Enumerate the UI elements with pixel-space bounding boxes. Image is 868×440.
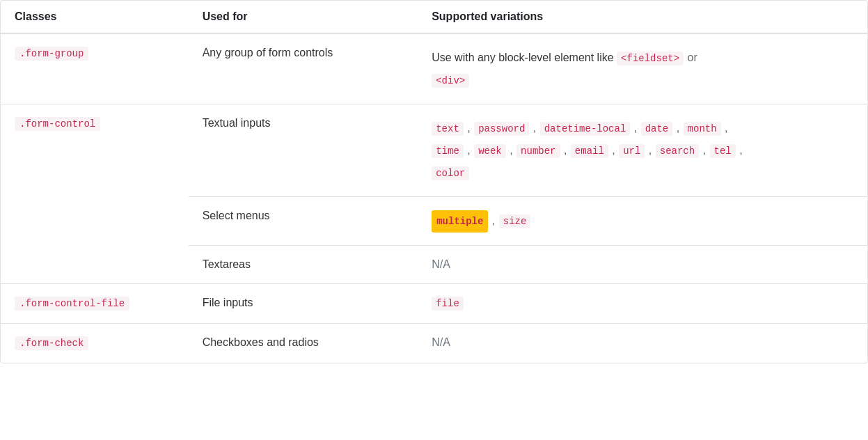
variations-cell-form-group: Use with any block-level element like <f… [418, 33, 867, 104]
used-for-textareas: Textareas [189, 246, 418, 284]
code-multiple: multiple [432, 210, 488, 233]
table-row: .form-control Textual inputs text , pass… [1, 104, 867, 197]
table-row: .form-check Checkboxes and radios N/A [1, 324, 867, 363]
class-badge-form-check: .form-check [15, 336, 88, 350]
used-for-cell-form-group: Any group of form controls [189, 33, 418, 104]
col-header-used-for: Used for [189, 1, 418, 33]
variations-select-menus: multiple , size [418, 197, 867, 246]
variations-textual-inputs: text , password , datetime-local , date … [418, 104, 867, 197]
select-menus-label: Select menus [203, 210, 270, 221]
textareas-label: Textareas [203, 258, 251, 270]
class-cell-form-control: .form-control [1, 104, 189, 284]
variations-checkboxes: N/A [418, 324, 867, 363]
table-row: .form-control-file File inputs file [1, 284, 867, 324]
code-url: url [619, 144, 645, 158]
variations-textareas: N/A [418, 246, 867, 284]
table-row: .form-group Any group of form controls U… [1, 33, 867, 104]
class-cell-form-check: .form-check [1, 324, 189, 363]
variations-text-before: Use with any block-level element like [432, 52, 613, 63]
div-code: <div> [432, 74, 469, 88]
col-header-classes: Classes [1, 1, 189, 33]
code-date: date [641, 122, 673, 136]
code-file: file [432, 297, 464, 311]
code-password: password [474, 122, 529, 136]
code-email: email [571, 144, 608, 158]
code-size: size [499, 214, 531, 228]
main-table-container: Classes Used for Supported variations .f… [0, 0, 868, 363]
used-for-textual-inputs: Textual inputs [189, 104, 418, 197]
class-badge-form-group: .form-group [15, 47, 88, 61]
code-tel: tel [710, 144, 736, 158]
used-for-text-form-group: Any group of form controls [203, 47, 333, 58]
class-badge-form-control-file: .form-control-file [15, 297, 129, 311]
class-badge-form-control: .form-control [15, 117, 100, 131]
file-inputs-label: File inputs [203, 297, 253, 308]
code-color: color [432, 166, 469, 180]
used-for-checkboxes: Checkboxes and radios [189, 324, 418, 363]
checkboxes-na: N/A [432, 336, 450, 348]
class-cell-form-group: .form-group [1, 33, 189, 104]
table-header-row: Classes Used for Supported variations [1, 1, 867, 33]
or-separator: or [688, 52, 697, 63]
fieldset-code: <fieldset> [617, 52, 684, 65]
code-text: text [432, 122, 464, 136]
used-for-file-inputs: File inputs [189, 284, 418, 324]
classes-table: Classes Used for Supported variations .f… [1, 1, 867, 363]
class-cell-form-control-file: .form-control-file [1, 284, 189, 324]
code-search: search [656, 144, 699, 158]
code-time: time [432, 144, 464, 158]
checkboxes-label: Checkboxes and radios [203, 336, 319, 348]
textareas-na: N/A [432, 258, 450, 270]
variations-file-inputs: file [418, 284, 867, 324]
code-month: month [684, 122, 721, 136]
col-header-variations: Supported variations [418, 1, 867, 33]
code-number: number [516, 144, 560, 158]
used-for-select-menus: Select menus [189, 197, 418, 246]
code-datetime-local: datetime-local [540, 122, 631, 136]
textual-inputs-label: Textual inputs [203, 117, 271, 129]
code-week: week [474, 144, 506, 158]
